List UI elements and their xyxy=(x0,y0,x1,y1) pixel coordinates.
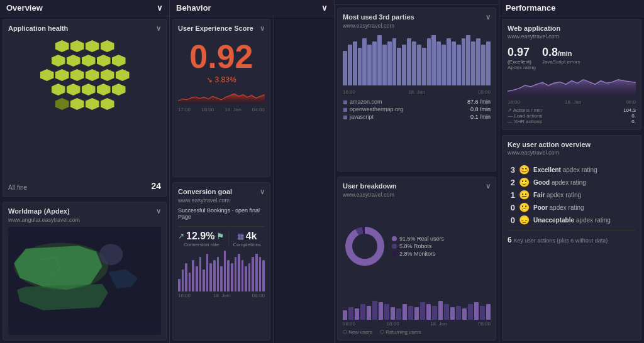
returning-users-label: ⬡ Returning users xyxy=(380,329,421,335)
party-item-3: ▦javascript 0.1 /min xyxy=(343,114,491,120)
breakdown-time-4: 08:00 xyxy=(478,321,491,327)
hex-cell xyxy=(101,40,114,52)
action-label-poor: Poor apdex rating xyxy=(533,204,584,211)
party-bar xyxy=(486,41,491,85)
dashboard: Overview ∨ Application health ∨ xyxy=(0,0,644,343)
third-parties-card: Most used 3rd parties ∨ www.easytravel.c… xyxy=(337,8,496,172)
conv-bar xyxy=(238,254,240,291)
hex-cell xyxy=(112,84,126,95)
parties-time-3: 08:00 xyxy=(478,89,491,95)
breakdown-bar xyxy=(372,301,377,320)
key-action-unacceptable: 0 😞 Unacceptable apdex rating xyxy=(508,215,636,225)
conv-bar xyxy=(259,257,262,291)
apdex-metric: 0.97 (Excellent) Apdex rating xyxy=(508,46,536,70)
hex-cell xyxy=(112,55,126,67)
breakdown-bar xyxy=(462,308,467,320)
legend-dot-real xyxy=(392,236,397,241)
performance-header: Performance xyxy=(499,0,644,16)
breakdown-bar xyxy=(348,307,353,320)
conv-trend-icon: ↗ xyxy=(178,232,184,241)
hex-cell xyxy=(86,69,99,81)
app-health-footer: All fine 24 xyxy=(8,181,161,191)
action-label-good: Good apdex rating xyxy=(533,179,586,186)
conv-completions-label: Completions xyxy=(233,242,260,248)
legend-real-label: 91.5% Real users xyxy=(399,236,444,242)
web-time-1: 16:00 xyxy=(508,99,520,105)
party-bar xyxy=(358,48,362,85)
key-action-fair: 1 😐 Fair apdex rating xyxy=(508,190,636,200)
conv-completions-value: 4k xyxy=(246,231,257,242)
hex-cell xyxy=(82,84,96,95)
hex-cell xyxy=(86,40,99,52)
hex-cell xyxy=(86,98,99,110)
overview-header[interactable]: Overview ∨ xyxy=(0,0,169,16)
breakdown-bar xyxy=(426,304,431,320)
party-bar xyxy=(427,38,431,85)
party-val-1: 87.6 /min xyxy=(467,99,491,105)
parties-bar-chart xyxy=(343,35,491,85)
hex-grid xyxy=(8,39,161,173)
worldmap-chevron: ∨ xyxy=(156,207,161,215)
breakdown-legend: 91.5% Real users 5.8% Robots 2.8% Monito… xyxy=(392,234,491,258)
breakdown-legend-bar: ⬡ New users ⬡ Returning users xyxy=(343,329,491,335)
party-val-2: 0.8 /min xyxy=(470,106,491,112)
apdex-quality: (Excellent) xyxy=(508,59,536,65)
web-app-title: Web application xyxy=(508,24,560,32)
conv-bar xyxy=(209,263,212,291)
hex-cell xyxy=(55,69,69,81)
hex-cell xyxy=(52,84,65,95)
party-bar xyxy=(462,38,466,85)
breakdown-bar xyxy=(480,306,484,320)
hex-cell xyxy=(116,69,130,81)
user-breakdown-chevron: ∨ xyxy=(486,182,491,190)
party-bar xyxy=(407,38,411,85)
party-bar xyxy=(417,45,421,85)
action-face-excellent: 😊 xyxy=(519,165,530,175)
action-count-poor: 0 xyxy=(508,203,515,212)
middle-column: Most used 3rd parties ∨ www.easytravel.c… xyxy=(335,0,499,343)
party-bar xyxy=(457,45,461,85)
conv-bar xyxy=(231,263,233,291)
hex-row-5 xyxy=(55,97,115,111)
new-users-label: ⬡ New users xyxy=(343,329,372,335)
behavior-header[interactable]: Behavior ∨ xyxy=(170,0,334,16)
party-bar xyxy=(476,38,480,85)
conv-bar xyxy=(227,260,230,291)
hex-cell xyxy=(70,69,84,81)
conv-title: Conversion goal xyxy=(178,188,232,196)
third-parties-subtitle: www.easytravel.com xyxy=(343,23,491,29)
conv-subtitle: www.easytravel.com xyxy=(178,197,265,204)
conv-bar-icon: ▦ xyxy=(237,232,244,241)
breakdown-bar xyxy=(450,307,455,320)
party-bar xyxy=(412,41,416,85)
app-health-title-row: Application health ∨ xyxy=(8,24,161,33)
conv-bar xyxy=(255,254,258,291)
behavior-title: Behavior xyxy=(176,3,211,13)
ux-sparkline xyxy=(178,88,265,106)
action-face-unacceptable: 😞 xyxy=(519,215,530,225)
conv-completions-metric: ▦ 4k Completions xyxy=(233,231,264,248)
party-bar xyxy=(372,41,377,85)
conv-bar xyxy=(203,270,205,291)
performance-title: Performance xyxy=(506,3,555,13)
conv-rate-value: 12.9% xyxy=(186,231,214,242)
conv-flag-icon: ⚑ xyxy=(216,231,225,241)
overview-chevron: ∨ xyxy=(157,3,163,13)
behavior-chevron: ∨ xyxy=(321,3,328,13)
worldmap-svg xyxy=(8,227,161,335)
hex-cell xyxy=(52,55,65,67)
party-name-3: javascript xyxy=(350,114,374,120)
hex-cell xyxy=(55,40,69,52)
breakdown-bar xyxy=(384,304,389,320)
map-container xyxy=(8,227,161,335)
js-errors-value: 0.8/min xyxy=(542,46,580,59)
conv-bar xyxy=(213,260,216,291)
conv-time-3: 08:00 xyxy=(252,293,265,298)
behavior-left: User Experience Score ∨ 0.92 ↘ 3.83% xyxy=(170,16,274,343)
hex-cell xyxy=(97,84,111,95)
breakdown-time-axis: 08:00 16:00 18. Jan 08:00 xyxy=(343,321,491,327)
hex-row-1 xyxy=(55,40,115,53)
breakdown-bar xyxy=(444,304,448,320)
overview-title: Overview xyxy=(6,3,43,13)
ux-score-card: User Experience Score ∨ 0.92 ↘ 3.83% xyxy=(172,19,270,177)
